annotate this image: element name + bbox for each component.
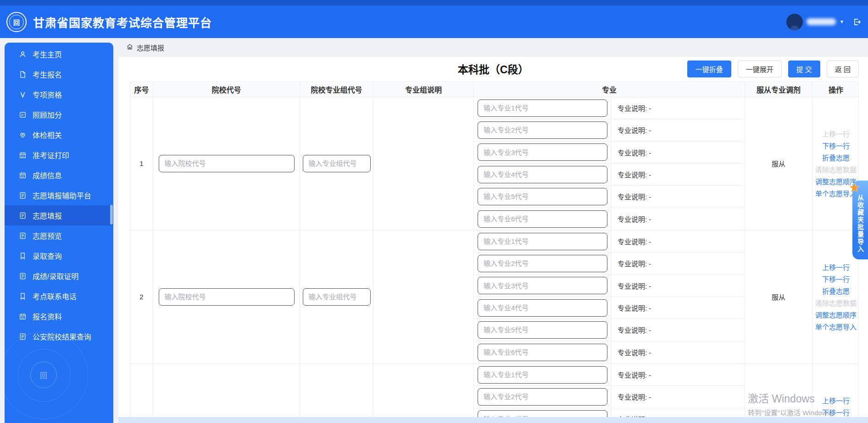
bookmark-icon: [18, 252, 27, 260]
avatar[interactable]: [786, 14, 803, 30]
college-code-cell: [153, 231, 300, 363]
major-1-code-input[interactable]: [478, 99, 607, 117]
sidebar-item-label: 志愿预览: [33, 230, 62, 241]
move-down-link[interactable]: 下移一行: [822, 141, 850, 150]
group-code-cell: [300, 97, 373, 230]
sidebar-item-14[interactable]: 公安院校结果查询: [5, 326, 113, 346]
row-number: 1: [130, 97, 153, 230]
calendar-icon: 10: [18, 312, 27, 320]
svg-text:10: 10: [21, 175, 24, 177]
major-2-code-input[interactable]: [478, 121, 607, 139]
major-5-code-input[interactable]: [478, 321, 607, 339]
sidebar-item-13[interactable]: 10报名资料: [5, 306, 113, 326]
major-4-code-input[interactable]: [478, 166, 607, 183]
sidebar-item-label: 考点联系电话: [33, 291, 77, 302]
sidebar-item-3[interactable]: A⁺照顾加分: [5, 104, 113, 125]
sidebar-item-6[interactable]: 10成绩信息: [5, 165, 113, 185]
group-code-cell: [300, 364, 373, 423]
volunteer-row-2: 2专业说明: -专业说明: -专业说明: -专业说明: -专业说明: -专业说明…: [130, 231, 859, 364]
sidebar: 考生主页考生报名专项资格A⁺照顾加分体检相关10准考证打印10成绩信息志愿填报辅…: [5, 43, 113, 423]
back-button[interactable]: 返 回: [827, 60, 859, 77]
sidebar-item-label: 志愿填报辅助平台: [33, 190, 91, 201]
sidebar-item-12[interactable]: 考点联系电话: [5, 286, 113, 306]
major-4-code-input[interactable]: [478, 299, 607, 317]
sidebar-item-label: 专项资格: [33, 89, 62, 100]
chevron-down-icon[interactable]: ▼: [840, 19, 844, 24]
collapse-volunteer-link[interactable]: 折叠志愿: [822, 153, 850, 162]
logout-icon[interactable]: [852, 17, 862, 27]
major-3-code-input[interactable]: [478, 277, 607, 294]
sidebar-item-11[interactable]: 成绩/录取证明: [5, 266, 113, 286]
svg-text:A⁺: A⁺: [21, 113, 25, 116]
sidebar-scrollbar[interactable]: [110, 205, 113, 225]
major-1-code-input[interactable]: [478, 366, 607, 384]
collapse-volunteer-link[interactable]: 折叠志愿: [822, 286, 850, 296]
sidebar-item-7[interactable]: 志愿填报辅助平台: [5, 185, 113, 205]
horizontal-scrollbar[interactable]: [118, 417, 868, 423]
doc-icon: [18, 191, 27, 199]
ribbon-label: 从收藏夹批量导入: [856, 194, 865, 259]
sidebar-item-8[interactable]: 志愿填报: [5, 205, 113, 225]
major-2-code-input[interactable]: [478, 255, 607, 272]
college-code-input[interactable]: [159, 155, 295, 172]
expand-all-button[interactable]: 一键展开: [738, 60, 782, 77]
single-import-link[interactable]: 单个志愿导入: [815, 322, 857, 331]
major-3-code-input[interactable]: [478, 143, 607, 161]
doc-icon: [18, 231, 27, 240]
major-description: 专业说明: -: [611, 297, 745, 319]
move-up-link[interactable]: 上移一行: [822, 262, 850, 272]
calendar-icon: 10: [18, 171, 27, 179]
bookmark-icon: [18, 292, 27, 300]
app-logo-icon: 回: [6, 12, 27, 32]
move-up-link[interactable]: 上移一行: [822, 396, 850, 405]
clear-volunteer-link[interactable]: 清除志愿数据: [815, 298, 857, 308]
sidebar-item-0[interactable]: 考生主页: [5, 44, 113, 64]
submit-button[interactable]: 提 交: [788, 60, 820, 77]
move-down-link[interactable]: 下移一行: [822, 274, 850, 284]
col-header-1: 院校代号: [153, 82, 300, 97]
group-description-cell: [373, 231, 474, 363]
adjust-order-link[interactable]: 调整志愿顺序: [815, 310, 857, 319]
sidebar-item-5[interactable]: 10准考证打印: [5, 145, 113, 165]
move-up-link[interactable]: 上移一行: [822, 129, 850, 138]
doc-icon: [18, 272, 27, 280]
move-down-link[interactable]: 下移一行: [822, 407, 850, 417]
sidebar-item-10[interactable]: 录取查询: [5, 246, 113, 266]
file-icon: [18, 70, 27, 78]
doc-icon: [18, 332, 27, 341]
user-name[interactable]: [807, 18, 836, 25]
sidebar-item-2[interactable]: 专项资格: [5, 84, 113, 104]
sidebar-item-label: 成绩信息: [33, 170, 62, 181]
major-2-code-input[interactable]: [478, 388, 607, 406]
sidebar-item-label: 志愿填报: [33, 210, 62, 221]
group-code-input[interactable]: [303, 155, 371, 172]
major-description: 专业说明: -: [611, 142, 745, 163]
user-area: ▼: [786, 5, 862, 38]
group-code-input[interactable]: [303, 288, 371, 306]
obey-adjustment-cell: 服从: [745, 364, 812, 423]
breadcrumb-label[interactable]: 志愿填报: [137, 43, 164, 52]
major-5-code-input[interactable]: [478, 188, 607, 205]
major-6-code-input[interactable]: [478, 210, 607, 228]
major-description: 专业说明: -: [611, 186, 745, 207]
sidebar-item-9[interactable]: 志愿预览: [5, 225, 113, 246]
major-description: 专业说明: -: [611, 275, 745, 297]
sidebar-item-4[interactable]: 体检相关: [5, 125, 113, 145]
majors-cell: 专业说明: -专业说明: -专业说明: -专业说明: -专业说明: -专业说明:…: [474, 364, 745, 423]
aplus-icon: A⁺: [18, 110, 27, 119]
sidebar-item-label: 准考证打印: [33, 149, 69, 160]
major-description: 专业说明: -: [611, 253, 745, 274]
sidebar-item-1[interactable]: 考生报名: [5, 64, 113, 84]
actions-cell: 上移一行下移一行折叠志愿清除志愿数据调整志愿顺序单个志愿导入: [812, 364, 859, 423]
obey-adjustment-cell: 服从: [745, 97, 812, 230]
college-code-input[interactable]: [159, 288, 295, 306]
collapse-all-button[interactable]: 一键折叠: [687, 60, 731, 77]
clear-volunteer-link[interactable]: 清除志愿数据: [815, 165, 857, 174]
major-1-code-input[interactable]: [478, 233, 607, 250]
major-sub-row-1: 专业说明: -: [474, 231, 745, 253]
import-from-favorites-ribbon[interactable]: ★ 从收藏夹批量导入: [852, 181, 868, 259]
row-number: 3: [130, 364, 153, 423]
major-sub-row-1: 专业说明: -: [474, 364, 745, 386]
major-sub-row-6: 专业说明: -: [474, 341, 745, 363]
major-6-code-input[interactable]: [478, 344, 607, 361]
